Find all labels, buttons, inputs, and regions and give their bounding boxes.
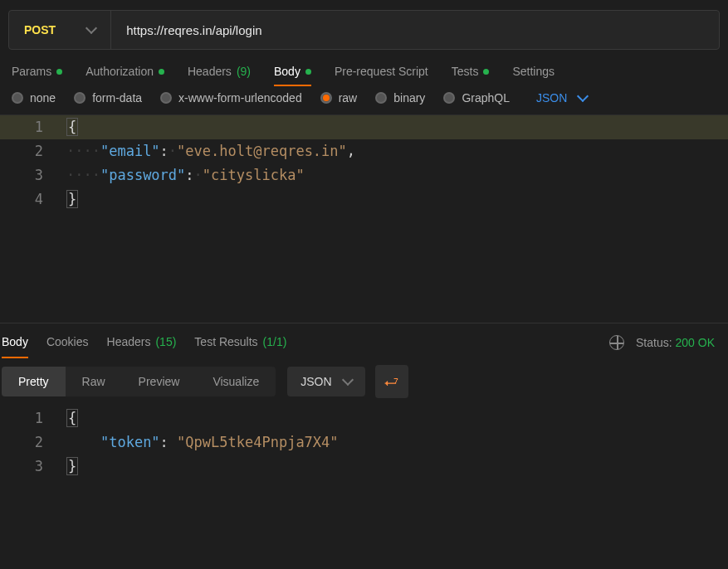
radio-label: GraphQL — [462, 91, 510, 105]
code-brace: } — [66, 457, 78, 475]
code-string: "cityslicka" — [203, 167, 305, 183]
status-label: Status: — [636, 336, 672, 349]
url-input[interactable] — [111, 11, 719, 49]
code-string: "eve.holt@reqres.in" — [177, 143, 347, 159]
code-brace: { — [66, 409, 78, 427]
headers-count: (9) — [237, 65, 251, 78]
line-number: 3 — [0, 455, 66, 479]
modified-dot-icon — [305, 69, 311, 75]
resp-tab-body[interactable]: Body — [2, 335, 28, 358]
radio-label: none — [30, 91, 56, 105]
tab-body[interactable]: Body — [274, 65, 311, 86]
tab-settings[interactable]: Settings — [512, 65, 555, 78]
code-indent: ···· — [66, 167, 100, 183]
editor-line: 2 ····"email":·"eve.holt@reqres.in", — [0, 139, 728, 163]
tab-label: Headers — [107, 335, 151, 350]
body-type-raw[interactable]: raw — [320, 91, 358, 105]
tab-tests[interactable]: Tests — [452, 65, 490, 78]
response-tab-row: Body Cookies Headers (15) Test Results (… — [2, 335, 609, 350]
view-visualize-button[interactable]: Visualize — [196, 367, 276, 396]
body-type-form-data[interactable]: form-data — [74, 91, 142, 105]
radio-label: form-data — [92, 91, 142, 105]
response-language-dropdown[interactable]: JSON — [287, 367, 364, 396]
tab-label: Body — [2, 335, 28, 348]
tab-label: Tests — [452, 65, 479, 78]
resp-tab-cookies[interactable]: Cookies — [46, 335, 89, 350]
resp-tab-test-results[interactable]: Test Results (1/1) — [194, 335, 286, 350]
radio-label: binary — [393, 91, 425, 105]
headers-count: (15) — [155, 335, 176, 350]
response-header: Body Cookies Headers (15) Test Results (… — [0, 323, 728, 357]
test-results-count: (1/1) — [263, 335, 287, 350]
modified-dot-icon — [56, 69, 62, 75]
editor-line: 1 { — [0, 406, 728, 430]
code-brace: } — [66, 190, 78, 208]
view-raw-button[interactable]: Raw — [66, 367, 122, 396]
line-number: 2 — [0, 430, 66, 455]
body-type-binary[interactable]: binary — [375, 91, 425, 105]
resp-tab-headers[interactable]: Headers (15) — [107, 335, 177, 350]
radio-icon — [160, 92, 172, 104]
radio-icon — [74, 92, 86, 104]
chevron-down-icon — [341, 374, 353, 386]
dropdown-label: JSON — [536, 91, 567, 105]
modified-dot-icon — [483, 69, 489, 75]
line-number: 1 — [0, 406, 66, 430]
request-tab-row: Params Authorization Headers (9) Body Pr… — [0, 50, 728, 86]
line-number: 1 — [0, 115, 66, 139]
tab-label: Authorization — [86, 65, 154, 78]
chevron-down-icon — [577, 90, 589, 102]
tab-authorization[interactable]: Authorization — [86, 65, 164, 78]
code-key: "token" — [100, 434, 160, 450]
code-brace: { — [66, 118, 78, 136]
globe-icon[interactable] — [609, 335, 624, 350]
view-preview-button[interactable]: Preview — [122, 367, 197, 396]
raw-language-dropdown[interactable]: JSON — [536, 91, 587, 105]
code-comma: , — [347, 143, 355, 159]
line-number: 2 — [0, 139, 66, 163]
request-body-editor[interactable]: 1 { 2 ····"email":·"eve.holt@reqres.in",… — [0, 115, 728, 323]
tab-label: Settings — [512, 65, 555, 78]
request-bar: POST — [8, 10, 720, 50]
tab-label: Pre-request Script — [335, 65, 428, 78]
wrap-icon: ⮐ — [384, 373, 399, 391]
view-pretty-button[interactable]: Pretty — [2, 367, 66, 396]
tab-pre-request-script[interactable]: Pre-request Script — [335, 65, 428, 78]
editor-line: 3 } — [0, 455, 728, 479]
tab-label: Params — [12, 65, 51, 78]
tab-label: Cookies — [46, 335, 89, 350]
radio-icon — [443, 92, 455, 104]
http-method-dropdown[interactable]: POST — [9, 11, 111, 49]
code-string: "QpwL5tke4Pnpja7X4" — [177, 434, 338, 450]
line-number: 3 — [0, 163, 66, 187]
tab-params[interactable]: Params — [12, 65, 62, 78]
editor-line: 4 } — [0, 187, 728, 212]
radio-label: raw — [339, 91, 358, 105]
tab-label: Headers — [188, 65, 232, 78]
http-method-value: POST — [24, 23, 56, 36]
body-type-none[interactable]: none — [12, 91, 56, 105]
radio-icon — [320, 92, 332, 104]
status-value: 200 OK — [676, 336, 715, 349]
radio-label: x-www-form-urlencoded — [178, 91, 302, 105]
tab-label: Body — [274, 65, 300, 78]
code-key: "password" — [100, 167, 185, 183]
editor-line: 3 ····"password":·"cityslicka" — [0, 163, 728, 187]
code-indent — [66, 434, 100, 450]
dropdown-label: JSON — [300, 375, 331, 388]
code-key: "email" — [100, 143, 160, 159]
response-body-viewer[interactable]: 1 { 2 "token": "QpwL5tke4Pnpja7X4" 3 } — [0, 406, 728, 506]
body-type-row: none form-data x-www-form-urlencoded raw… — [0, 86, 728, 115]
wrap-lines-button[interactable]: ⮐ — [375, 365, 408, 398]
body-type-graphql[interactable]: GraphQL — [443, 91, 510, 105]
line-number: 4 — [0, 187, 66, 212]
body-type-urlencoded[interactable]: x-www-form-urlencoded — [160, 91, 302, 105]
code-indent: ···· — [66, 143, 100, 159]
tab-headers[interactable]: Headers (9) — [188, 65, 251, 78]
editor-line: 1 { — [0, 115, 728, 139]
radio-icon — [12, 92, 23, 104]
radio-icon — [375, 92, 387, 104]
chevron-down-icon — [86, 22, 97, 34]
response-toolbar: Pretty Raw Preview Visualize JSON ⮐ — [0, 357, 728, 406]
response-view-segment: Pretty Raw Preview Visualize — [2, 367, 276, 396]
